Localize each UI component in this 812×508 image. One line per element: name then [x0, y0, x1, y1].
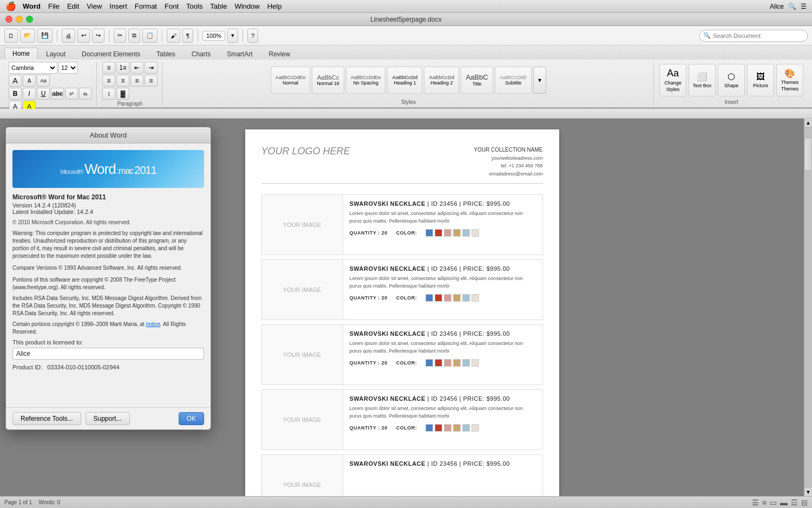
view-icon-6[interactable]: ⊟ — [801, 498, 808, 507]
subscript-button[interactable]: x₂ — [79, 88, 92, 100]
search-input[interactable] — [699, 30, 808, 42]
menu-table[interactable]: Table — [210, 2, 227, 10]
menu-window[interactable]: Window — [234, 2, 259, 10]
open-button[interactable]: 📂 — [20, 29, 35, 43]
menu-insert[interactable]: Insert — [109, 2, 127, 10]
view-icon-3[interactable]: ▭ — [770, 498, 777, 507]
print-button[interactable]: 🖨 — [62, 29, 75, 43]
underline-button[interactable]: U — [37, 88, 50, 100]
font-shrink-button[interactable]: A — [23, 75, 36, 87]
menu-edit[interactable]: Edit — [67, 2, 79, 10]
reference-tools-button[interactable]: Reference Tools... — [12, 412, 81, 425]
paste-button[interactable]: 📋 — [142, 29, 158, 43]
menu-format[interactable]: Format — [135, 2, 157, 10]
numbered-list-button[interactable]: 1≡ — [116, 62, 129, 74]
table-row: YOUR IMAGESWAROVSKI NECKLACE | ID 23456 … — [261, 194, 543, 255]
product-row-bottom: QUANTITY : 20COLOR: — [350, 359, 536, 367]
maximize-button[interactable] — [26, 16, 33, 23]
about-compare: Compare Versions © 1993 Advanced Softwar… — [12, 264, 204, 272]
zoom-button[interactable]: ▾ — [227, 29, 238, 43]
align-left-button[interactable]: ≡ — [102, 75, 115, 87]
scroll-down-arrow[interactable]: ▼ — [804, 487, 812, 496]
themes-button[interactable]: 🎨 Themes Themes — [776, 64, 803, 96]
format-painter-button[interactable]: 🖌 — [167, 29, 180, 43]
style-heading2[interactable]: AaBbCcDd Heading 2 — [424, 67, 459, 94]
color-swatches — [425, 424, 479, 432]
copy-button[interactable]: ⧉ — [128, 29, 140, 43]
save-button[interactable]: 💾 — [37, 29, 53, 43]
scroll-thumb[interactable] — [804, 138, 812, 171]
notice-link[interactable]: notice — [146, 321, 160, 327]
indent-button[interactable]: ⇥ — [145, 62, 158, 74]
view-icon-1[interactable]: ☰ — [752, 498, 759, 507]
styles-more-button[interactable]: ▾ — [533, 67, 546, 94]
line-spacing-button[interactable]: ↕ — [102, 88, 115, 100]
view-icon-4[interactable]: ▬ — [780, 498, 788, 507]
menu-tools[interactable]: Tools — [186, 2, 202, 10]
tab-document-elements[interactable]: Document Elements — [74, 48, 148, 60]
outdent-button[interactable]: ⇤ — [130, 62, 143, 74]
tab-charts[interactable]: Charts — [184, 48, 219, 60]
font-grow-button[interactable]: A — [9, 75, 22, 87]
style-no-spacing[interactable]: AaBbCcDdEe No Spacing — [346, 67, 386, 94]
bullet-list-button[interactable]: ≡ — [102, 62, 115, 74]
minimize-button[interactable] — [16, 16, 23, 23]
about-product-name: Microsoft® Word for Mac 2011 — [12, 193, 204, 201]
shape-button[interactable]: ⬡ Shape — [718, 64, 745, 96]
apple-menu[interactable]: 🍎 — [5, 1, 16, 11]
close-button[interactable] — [5, 16, 12, 23]
ribbon-group-font: Cambria 12 A A Aa B I U — [4, 62, 97, 105]
scroll-up-arrow[interactable]: ▲ — [804, 119, 812, 127]
menu-view[interactable]: View — [87, 2, 102, 10]
tab-layout[interactable]: Layout — [38, 48, 74, 60]
view-icon-2[interactable]: ≡ — [762, 498, 767, 507]
tab-smartart[interactable]: SmartArt — [219, 48, 260, 60]
superscript-button[interactable]: x² — [65, 88, 78, 100]
align-center-button[interactable]: ≡ — [116, 75, 129, 87]
ok-button[interactable]: OK — [179, 412, 204, 425]
italic-button[interactable]: I — [23, 88, 36, 100]
style-title[interactable]: AaBbC Title — [461, 67, 493, 94]
align-right-button[interactable]: ≡ — [130, 75, 143, 87]
cut-button[interactable]: ✂ — [114, 29, 126, 43]
picture-button[interactable]: 🖼 Picture — [747, 64, 774, 96]
align-justify-button[interactable]: ≡ — [145, 75, 158, 87]
tab-review[interactable]: Review — [260, 48, 298, 60]
paragraph-button[interactable]: ¶ — [182, 29, 193, 43]
style-subtitle[interactable]: AaBbCcDdE Subtitle — [495, 67, 532, 94]
change-styles-button[interactable]: Aa Change Styles — [659, 64, 686, 96]
product-description: Lorem ipsum dolor sit amet, consectetur … — [350, 275, 536, 290]
font-family-select[interactable]: Cambria — [9, 62, 57, 74]
product-title: SWAROVSKI NECKLACE | ID 23456 | PRICE: $… — [350, 265, 536, 272]
undo-button[interactable]: ↩ — [77, 29, 90, 43]
color-swatch — [453, 229, 461, 237]
tab-tables[interactable]: Tables — [148, 48, 184, 60]
doc-contact: YOUR COLLECTION NAME yourwebsiteadress.c… — [474, 146, 542, 178]
product-details: SWAROVSKI NECKLACE | ID 23456 | PRICE: $… — [343, 390, 542, 450]
table-row: YOUR IMAGESWAROVSKI NECKLACE | ID 23456 … — [261, 324, 543, 385]
product-list: YOUR IMAGESWAROVSKI NECKLACE | ID 23456 … — [261, 194, 543, 496]
scroll-track[interactable] — [804, 127, 812, 487]
text-box-button[interactable]: ⬜ Text Box — [689, 64, 716, 96]
product-quantity: QUANTITY : 20 — [350, 295, 388, 301]
new-button[interactable]: 🗋 — [4, 29, 18, 43]
clear-format-button[interactable]: Aa — [37, 75, 50, 87]
style-normal[interactable]: AaBbCcDdEe Normal — [271, 67, 311, 94]
style-heading1[interactable]: AaBbCcDd Heading 1 — [387, 67, 422, 94]
color-swatch — [462, 359, 470, 367]
help-btn[interactable]: ? — [247, 29, 258, 43]
style-normal-16[interactable]: AaBbCc Normal 16 — [312, 67, 344, 94]
font-size-select[interactable]: 12 — [58, 62, 78, 74]
search-icon[interactable]: 🔍 — [788, 3, 796, 10]
redo-button[interactable]: ↪ — [92, 29, 104, 43]
menu-help[interactable]: Help — [267, 2, 282, 10]
word-count: Words: 0 — [38, 499, 60, 505]
bold-button[interactable]: B — [9, 88, 22, 100]
shading-button[interactable]: ▓ — [116, 88, 129, 100]
strikethrough-button[interactable]: abc — [51, 88, 64, 100]
menu-font[interactable]: Font — [165, 2, 179, 10]
view-icon-5[interactable]: ☲ — [791, 498, 798, 507]
tab-home[interactable]: Home — [4, 48, 38, 60]
support-button[interactable]: Support... — [86, 412, 130, 425]
menu-file[interactable]: File — [48, 2, 60, 10]
